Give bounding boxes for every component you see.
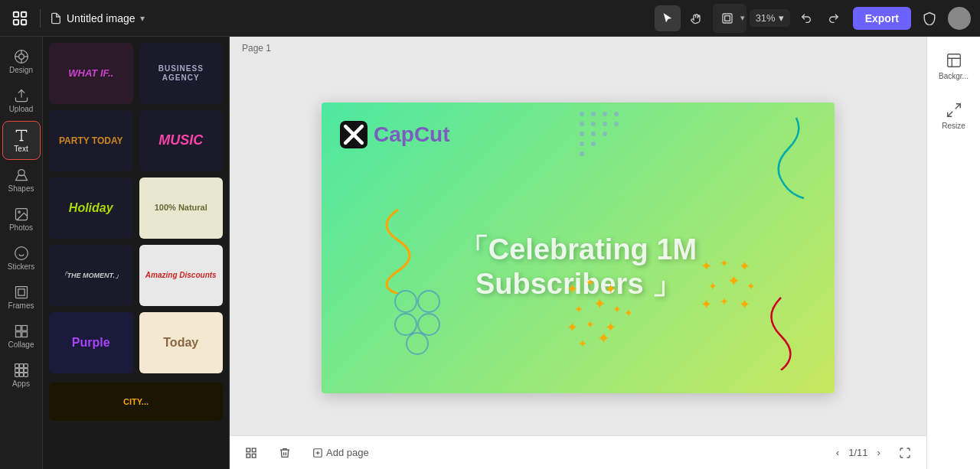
svg-point-40 — [580, 112, 584, 116]
celebrating-text: 「Celebrating 1M Subscribers 」 — [387, 233, 769, 302]
template-purple[interactable]: Purple — [49, 312, 133, 373]
undo-redo-group — [793, 5, 847, 31]
deco-teal-spiral — [735, 110, 812, 202]
deco-red-curl — [758, 294, 819, 370]
svg-rect-27 — [15, 364, 18, 368]
add-page-button[interactable]: Add page — [306, 444, 375, 461]
template-party-text: PARTY TODAY — [59, 135, 123, 146]
svg-rect-22 — [18, 289, 24, 295]
canvas-header: Page 1 — [230, 37, 926, 60]
svg-text:✦: ✦ — [612, 303, 622, 315]
svg-point-56 — [395, 314, 416, 335]
select-tool-button[interactable] — [655, 5, 681, 31]
templates-panel: WHAT IF.. BUSINESS AGENCY PARTY TODAY MU… — [43, 37, 230, 469]
shield-icon-button[interactable] — [917, 6, 942, 31]
template-moment-text: 「THE MOMENT.」 — [60, 272, 122, 280]
document-title-chevron: ▾ — [140, 13, 145, 24]
next-page-button[interactable]: › — [874, 444, 884, 461]
svg-rect-2 — [14, 19, 18, 24]
template-moment[interactable]: 「THE MOMENT.」 — [49, 245, 133, 306]
capcut-x-icon — [340, 121, 368, 148]
svg-point-7 — [18, 54, 24, 60]
hand-tool-button[interactable] — [684, 5, 710, 31]
template-discounts-text: Amazing Discounts — [145, 271, 217, 280]
topbar-divider — [40, 9, 41, 28]
sidebar-item-photos[interactable]: Photos — [2, 200, 41, 238]
fit-screen-button[interactable] — [893, 444, 917, 462]
svg-rect-21 — [15, 287, 27, 298]
topbar-right: Export — [853, 6, 971, 31]
document-title-area[interactable]: Untitled image ▾ — [50, 12, 145, 24]
sidebar-item-apps[interactable]: Apps — [2, 357, 41, 394]
canvas-logo: CapCut — [340, 121, 450, 148]
page-navigation: ‹ 1/11 › — [833, 444, 884, 461]
svg-point-41 — [591, 112, 596, 116]
svg-rect-32 — [24, 369, 28, 373]
template-party[interactable]: PARTY TODAY — [49, 110, 133, 171]
template-today-text: Today — [163, 335, 198, 350]
frame-tool-button[interactable] — [714, 5, 740, 31]
svg-rect-25 — [15, 332, 21, 337]
template-business[interactable]: BUSINESS AGENCY — [139, 43, 224, 104]
svg-rect-30 — [15, 369, 18, 373]
right-panel-background[interactable]: Backgr... — [932, 46, 976, 86]
svg-rect-80 — [247, 448, 250, 452]
sidebar-frames-label: Frames — [8, 301, 34, 310]
sidebar-text-label: Text — [14, 145, 28, 153]
svg-rect-83 — [252, 454, 256, 458]
svg-text:✦: ✦ — [624, 307, 633, 319]
zoom-level: 31% — [756, 12, 776, 24]
template-purple-text: Purple — [72, 335, 110, 350]
canvas-area: Page 1 CapCut — [230, 37, 926, 435]
templates-more: CITY... — [43, 379, 229, 424]
redo-button[interactable] — [821, 5, 847, 31]
right-panel-resize[interactable]: Resize — [932, 96, 976, 136]
canvas-wrapper[interactable]: CapCut — [230, 60, 926, 435]
template-music-text: MUSIC — [158, 132, 203, 149]
svg-rect-29 — [24, 364, 28, 368]
prev-page-button[interactable]: ‹ — [833, 444, 842, 461]
svg-text:✦: ✦ — [574, 303, 583, 315]
sidebar-item-shapes[interactable]: Shapes — [2, 161, 41, 199]
document-title: Untitled image — [67, 12, 136, 24]
zoom-chevron: ▾ — [779, 12, 784, 24]
celebrating-line2: Subscribers 」 — [387, 267, 769, 302]
app-logo[interactable] — [9, 8, 31, 29]
page-label: Page 1 — [242, 43, 271, 54]
template-holiday[interactable]: Holiday — [49, 178, 133, 239]
sidebar-apps-label: Apps — [12, 379, 30, 388]
svg-point-49 — [591, 132, 596, 136]
templates-grid: WHAT IF.. BUSINESS AGENCY PARTY TODAY MU… — [43, 37, 229, 379]
svg-point-18 — [15, 247, 28, 260]
template-more-partial[interactable]: CITY... — [49, 383, 223, 421]
sidebar-item-text[interactable]: Text — [2, 121, 41, 160]
delete-button[interactable] — [273, 444, 297, 462]
template-today[interactable]: Today — [139, 312, 224, 373]
sidebar-item-upload[interactable]: Upload — [2, 82, 41, 119]
sidebar-item-stickers[interactable]: Stickers — [2, 239, 41, 277]
svg-rect-87 — [947, 54, 960, 67]
sidebar-item-collage[interactable]: Collage — [2, 318, 41, 355]
sidebar-item-design[interactable]: Design — [2, 43, 41, 80]
template-whatif[interactable]: WHAT IF.. — [49, 43, 133, 104]
add-page-label: Add page — [326, 447, 369, 458]
template-natural[interactable]: 100% Natural — [139, 178, 224, 239]
frame-tool-chevron: ▾ — [740, 13, 745, 23]
svg-line-37 — [345, 126, 362, 143]
export-button[interactable]: Export — [853, 7, 911, 30]
svg-point-43 — [614, 112, 619, 116]
zoom-control[interactable]: 31% ▾ — [750, 9, 790, 27]
undo-button[interactable] — [793, 5, 819, 31]
template-discounts[interactable]: Amazing Discounts — [139, 245, 224, 306]
deco-blue-dots — [574, 110, 635, 187]
svg-text:✦: ✦ — [578, 337, 587, 350]
user-avatar[interactable] — [948, 7, 971, 30]
bottombar: Add page ‹ 1/11 › — [230, 435, 926, 469]
template-music[interactable]: MUSIC — [139, 110, 224, 171]
svg-point-45 — [591, 122, 596, 126]
svg-text:✦: ✦ — [605, 320, 616, 335]
drag-handle-button[interactable] — [239, 444, 263, 462]
sidebar-collage-label: Collage — [8, 340, 34, 349]
sidebar-item-frames[interactable]: Frames — [2, 278, 41, 316]
template-business-text: BUSINESS AGENCY — [139, 64, 224, 83]
